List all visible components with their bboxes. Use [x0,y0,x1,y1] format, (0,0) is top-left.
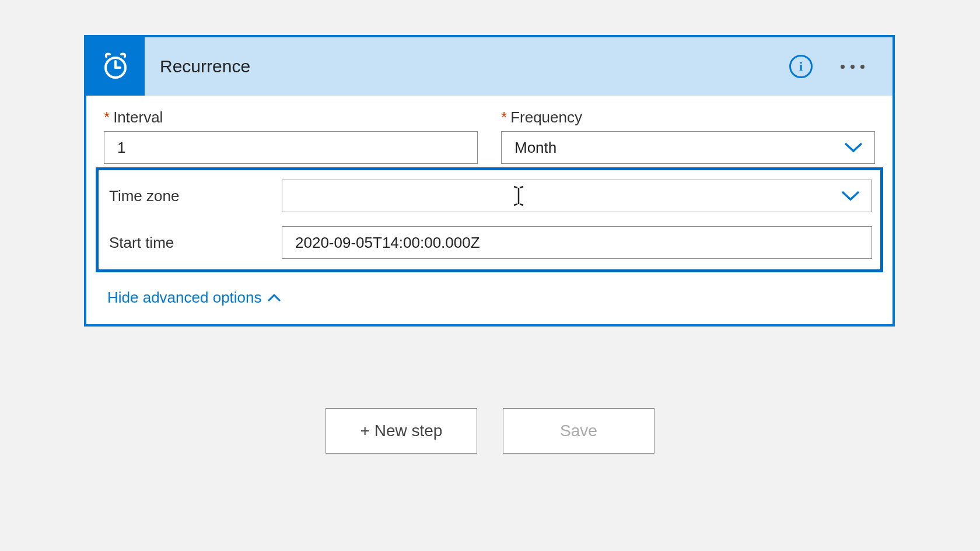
card-body: *Interval *Frequency Month Time zone [86,96,892,324]
interval-field: *Interval [104,108,478,164]
starttime-input[interactable] [282,226,872,259]
more-icon-dot [841,65,845,69]
frequency-label: *Frequency [501,108,875,127]
more-button[interactable] [836,60,869,73]
header-actions: i [789,55,892,78]
recurrence-icon [86,37,145,96]
info-button[interactable]: i [789,55,813,78]
timezone-select[interactable] [282,180,872,212]
card-title: Recurrence [145,57,789,76]
more-icon-dot [850,65,855,69]
timezone-label: Time zone [107,187,282,205]
interval-label: *Interval [104,108,478,127]
card-header: Recurrence i [86,37,892,96]
frequency-value: Month [501,131,875,164]
more-icon-dot [860,65,864,69]
chevron-down-icon [841,190,860,202]
chevron-down-icon [844,142,863,153]
row-interval-frequency: *Interval *Frequency Month [104,108,875,164]
timezone-value [282,180,872,212]
interval-input[interactable] [104,131,478,164]
chevron-up-icon [267,293,282,303]
advanced-options-highlight: Time zone Start time [96,167,883,272]
new-step-button[interactable]: + New step [326,408,477,454]
required-marker: * [104,108,110,126]
starttime-control [282,226,872,259]
frequency-field: *Frequency Month [501,108,875,164]
timezone-row: Time zone [107,180,872,212]
recurrence-card: Recurrence i *Interval *Frequency [84,35,895,327]
starttime-row: Start time [107,226,872,259]
frequency-select[interactable]: Month [501,131,875,164]
starttime-label: Start time [107,234,282,252]
footer-actions: + New step Save [0,408,980,454]
hide-advanced-options-link[interactable]: Hide advanced options [104,289,282,307]
save-button[interactable]: Save [503,408,654,454]
info-icon: i [799,59,803,74]
required-marker: * [501,108,507,126]
